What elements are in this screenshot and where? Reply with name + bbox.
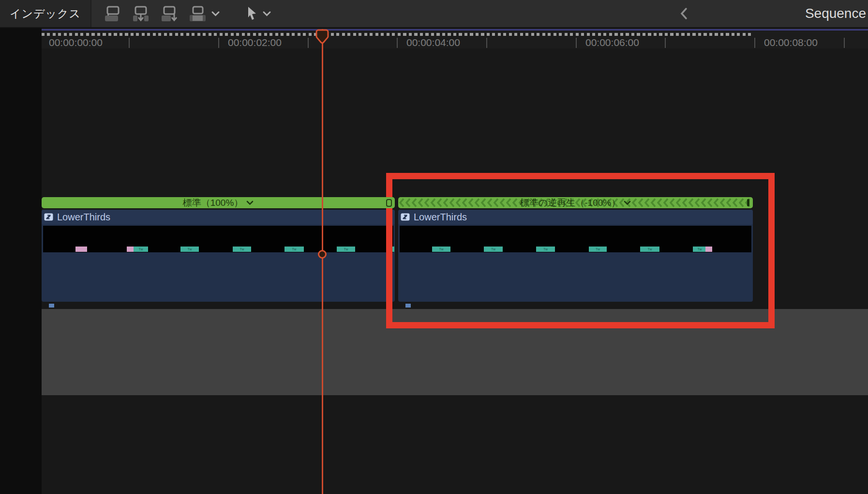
thumbnail-chip: Tw (337, 247, 355, 252)
ruler-tick (486, 38, 487, 48)
clip-filmstrip: TwTwTwTwTw (43, 226, 393, 252)
retime-label-text: 標準の逆再生（-100%） (520, 197, 620, 208)
chevron-down-icon[interactable] (261, 9, 272, 18)
timecode-label: 00:00:00:00 (49, 37, 103, 48)
ruler-tick (218, 38, 219, 48)
retime-label: 標準の逆再生（-100%） (398, 197, 753, 208)
playhead-line[interactable] (322, 29, 323, 494)
ruler-tick (308, 38, 309, 48)
timecode-label: 00:00:02:00 (228, 37, 282, 48)
ruler-tick (576, 38, 577, 48)
retime-bar[interactable]: 標準の逆再生（-100%） (398, 197, 753, 208)
append-edit-icon[interactable] (158, 2, 180, 25)
ruler-tick (665, 38, 666, 48)
back-chevron-icon[interactable] (676, 6, 691, 21)
retime-label-text: 標準（100%） (183, 197, 243, 208)
ruler-tick (844, 38, 845, 48)
timecode-label: 00:00:04:00 (406, 37, 460, 48)
overwrite-edit-icon[interactable] (186, 2, 209, 25)
timeline-duration-dots (42, 33, 751, 36)
insert-edit-icon[interactable] (130, 2, 152, 25)
clip-body[interactable]: LowerThirdsTwTwTwTwTw (42, 210, 395, 302)
playhead-scrub-handle[interactable] (318, 250, 327, 259)
timecode-label: 00:00:08:00 (764, 37, 818, 48)
retime-label: 標準（100%） (42, 197, 395, 208)
thumbnail-chip (75, 247, 87, 252)
clip-header: LowerThirds (42, 210, 395, 224)
clip-title: LowerThirds (57, 212, 110, 223)
ruler-tick (129, 38, 130, 48)
thumbnail-chip: Tw (284, 247, 304, 252)
timeline-left-margin (0, 28, 42, 494)
retime-end-handle[interactable] (747, 199, 749, 206)
timecode-label: 00:00:06:00 (585, 37, 639, 48)
retime-bar[interactable]: 標準（100%） (42, 197, 395, 208)
chevron-down-icon[interactable] (210, 9, 221, 18)
arrow-tool-icon[interactable] (241, 2, 263, 25)
retime-end-handle[interactable] (386, 199, 392, 207)
ruler-top-line (0, 29, 868, 31)
index-button[interactable]: インデックス (0, 0, 90, 27)
thumbnail-chip: Tw (180, 247, 199, 252)
toolbar: インデックス (0, 0, 868, 28)
highlight-rectangle (386, 173, 775, 328)
retime-chevron-icon[interactable] (624, 201, 631, 205)
ruler-tick (397, 38, 398, 48)
thumbnail-chip: Tw (233, 247, 251, 252)
thumbnail-chip: Tw (134, 247, 148, 252)
playhead-handle-icon[interactable] (315, 29, 329, 50)
retime-chevron-icon[interactable] (246, 201, 254, 205)
toolbar-divider (90, 0, 91, 27)
timeline-clip[interactable]: 標準（100%）LowerThirdsTwTwTwTwTw (42, 197, 395, 302)
sequence-title: Sequence (805, 0, 866, 27)
ruler-tick (754, 38, 755, 48)
title-clip-icon (44, 213, 53, 221)
timeline-ruler[interactable]: 00:00:00:0000:00:02:0000:00:04:0000:00:0… (0, 28, 868, 48)
fcp-timeline-window: インデックス (0, 0, 868, 494)
connect-edit-icon[interactable] (101, 2, 123, 25)
lane-marker-square (49, 304, 54, 308)
